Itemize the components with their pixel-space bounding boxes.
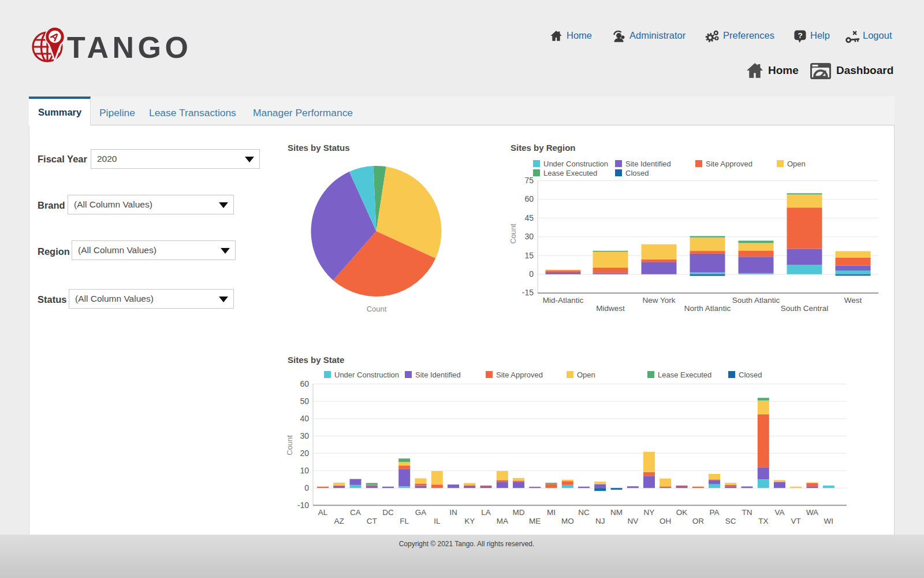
- svg-text:TX: TX: [758, 517, 768, 525]
- svg-text:New York: New York: [642, 296, 675, 305]
- svg-text:Midwest: Midwest: [596, 304, 625, 313]
- svg-text:NY: NY: [644, 508, 655, 517]
- svg-text:KY: KY: [464, 517, 475, 525]
- svg-text:20: 20: [300, 449, 309, 458]
- svg-text:AZ: AZ: [334, 517, 344, 525]
- svg-text:-15: -15: [522, 288, 534, 297]
- svg-text:IN: IN: [449, 508, 457, 517]
- svg-text:FL: FL: [400, 517, 409, 525]
- svg-text:South Atlantic: South Atlantic: [732, 296, 780, 305]
- svg-text:50: 50: [300, 397, 309, 406]
- svg-text:GA: GA: [415, 508, 427, 517]
- svg-text:ME: ME: [529, 517, 541, 525]
- svg-text:45: 45: [524, 213, 534, 223]
- svg-text:0: 0: [529, 269, 534, 279]
- svg-text:60: 60: [524, 194, 534, 203]
- svg-text:AL: AL: [318, 508, 328, 517]
- svg-text:TN: TN: [742, 508, 752, 517]
- svg-text:15: 15: [524, 251, 534, 260]
- svg-text:40: 40: [300, 414, 309, 423]
- svg-text:WA: WA: [806, 508, 818, 517]
- svg-text:WI: WI: [824, 517, 834, 525]
- svg-text:VA: VA: [774, 508, 784, 517]
- svg-text:VT: VT: [791, 517, 801, 525]
- svg-text:?: ?: [798, 31, 802, 40]
- svg-text:SC: SC: [725, 517, 736, 525]
- svg-text:60: 60: [300, 379, 309, 388]
- svg-text:NC: NC: [578, 508, 590, 517]
- svg-text:MO: MO: [561, 517, 574, 525]
- svg-text:OH: OH: [660, 517, 671, 525]
- svg-text:DC: DC: [382, 508, 394, 517]
- svg-text:MI: MI: [547, 508, 556, 517]
- svg-text:MD: MD: [513, 508, 525, 517]
- svg-text:OK: OK: [676, 508, 688, 517]
- svg-text:NM: NM: [610, 508, 623, 517]
- svg-text:Count: Count: [285, 435, 294, 455]
- svg-text:CA: CA: [350, 508, 361, 517]
- svg-text:OR: OR: [692, 517, 705, 525]
- svg-text:West: West: [844, 296, 862, 305]
- svg-text:PA: PA: [709, 508, 719, 517]
- svg-text:South Central: South Central: [781, 304, 829, 313]
- svg-text:Mid-Atlantic: Mid-Atlantic: [543, 296, 584, 305]
- svg-text:Count: Count: [509, 224, 517, 244]
- svg-text:LA: LA: [481, 508, 491, 517]
- svg-text:NJ: NJ: [595, 517, 605, 525]
- svg-text:0: 0: [304, 483, 309, 492]
- svg-text:75: 75: [524, 176, 534, 185]
- svg-text:-10: -10: [297, 501, 309, 510]
- svg-text:30: 30: [300, 431, 309, 440]
- svg-text:30: 30: [524, 232, 534, 241]
- svg-text:10: 10: [300, 466, 309, 475]
- svg-text:CT: CT: [367, 517, 377, 525]
- svg-text:IL: IL: [434, 517, 441, 525]
- svg-text:MA: MA: [497, 517, 508, 525]
- svg-text:NV: NV: [627, 517, 638, 525]
- svg-text:North Atlantic: North Atlantic: [684, 304, 731, 313]
